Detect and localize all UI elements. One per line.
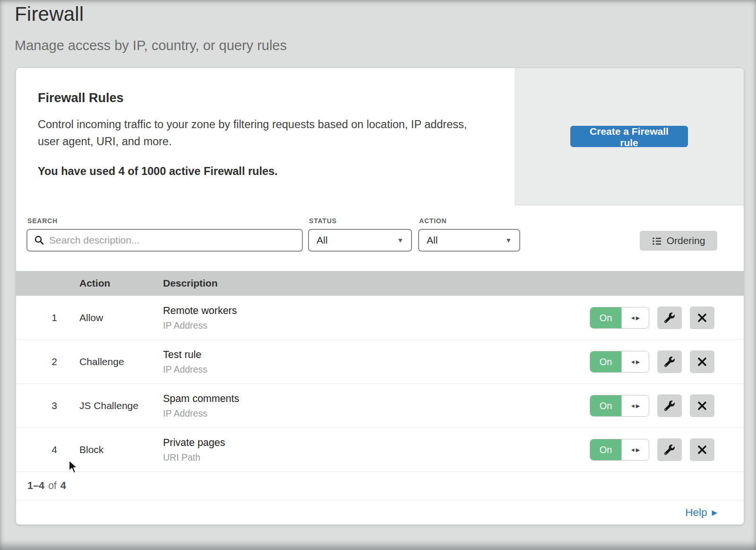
rule-priority: 3 bbox=[16, 400, 79, 411]
rule-action: Block bbox=[79, 444, 163, 455]
rule-priority: 2 bbox=[16, 356, 79, 367]
toggle-on-label: On bbox=[590, 307, 621, 328]
rule-action: Allow bbox=[79, 312, 163, 323]
wrench-icon bbox=[664, 401, 675, 411]
column-header-description: Description bbox=[163, 278, 744, 289]
search-input[interactable] bbox=[49, 235, 295, 246]
close-icon bbox=[697, 445, 707, 454]
action-select[interactable]: All ▼ bbox=[418, 229, 520, 252]
close-icon bbox=[697, 313, 707, 323]
delete-rule-button[interactable] bbox=[690, 438, 714, 461]
arrow-right-icon: ▶ bbox=[712, 508, 717, 517]
row-controls: On ◄▶ bbox=[590, 306, 744, 329]
create-rule-panel: Create a Firewall rule bbox=[515, 68, 744, 205]
card-top-section: Firewall Rules Control incoming traffic … bbox=[16, 68, 744, 205]
rule-match-type: URI Path bbox=[163, 452, 590, 463]
pagination-of: of bbox=[48, 480, 57, 492]
chevron-down-icon: ▼ bbox=[397, 236, 404, 244]
filter-bar: SEARCH STATUS All ▼ ACTION All ▼ bbox=[16, 205, 744, 271]
delete-rule-button[interactable] bbox=[690, 394, 714, 417]
rule-description-cell: Private pages URI Path bbox=[163, 437, 590, 463]
close-icon bbox=[697, 401, 707, 410]
edit-rule-button[interactable] bbox=[657, 438, 682, 461]
firewall-rules-card: Firewall Rules Control incoming traffic … bbox=[16, 68, 744, 525]
toggle-arrows-icon: ◄▶ bbox=[621, 307, 649, 328]
table-row: 3 JS Challenge Spam comments IP Address … bbox=[16, 384, 744, 428]
ordering-button-label: Ordering bbox=[667, 235, 705, 246]
page-title: Firewall bbox=[15, 3, 287, 26]
toggle-on-label: On bbox=[590, 439, 621, 460]
status-label: STATUS bbox=[309, 217, 337, 225]
table-row: 2 Challenge Test rule IP Address On ◄▶ bbox=[16, 340, 744, 384]
status-select-value: All bbox=[317, 235, 327, 246]
pagination-total: 4 bbox=[60, 480, 66, 492]
rule-match-type: IP Address bbox=[163, 320, 590, 331]
help-row: Help ▶ bbox=[16, 500, 744, 524]
rule-description: Private pages bbox=[163, 437, 590, 449]
row-controls: On ◄▶ bbox=[590, 394, 744, 417]
rule-enabled-toggle[interactable]: On ◄▶ bbox=[590, 439, 649, 461]
rule-description-cell: Remote workers IP Address bbox=[163, 305, 590, 331]
rule-match-type: IP Address bbox=[163, 408, 590, 419]
rule-priority: 1 bbox=[16, 312, 79, 323]
rule-description: Remote workers bbox=[163, 305, 590, 317]
toggle-on-label: On bbox=[590, 351, 621, 372]
rule-action: JS Challenge bbox=[79, 400, 163, 411]
rule-enabled-toggle[interactable]: On ◄▶ bbox=[590, 351, 649, 373]
ordering-button[interactable]: Ordering bbox=[640, 231, 717, 251]
status-select[interactable]: All ▼ bbox=[308, 229, 412, 252]
action-label: ACTION bbox=[419, 217, 447, 225]
action-select-value: All bbox=[427, 235, 438, 246]
column-header-action: Action bbox=[79, 278, 163, 289]
table-row: 4 Block Private pages URI Path On ◄▶ bbox=[16, 428, 744, 471]
help-link[interactable]: Help ▶ bbox=[685, 506, 717, 519]
firewall-page: Firewall Manage access by IP, country, o… bbox=[0, 0, 756, 550]
delete-rule-button[interactable] bbox=[690, 306, 714, 329]
pagination-range: 1–4 bbox=[27, 480, 44, 492]
rule-description: Test rule bbox=[163, 349, 590, 361]
page-header: Firewall Manage access by IP, country, o… bbox=[15, 3, 287, 53]
toggle-arrows-icon: ◄▶ bbox=[621, 395, 649, 416]
rule-priority: 4 bbox=[16, 444, 79, 455]
toggle-on-label: On bbox=[590, 395, 621, 416]
help-link-label: Help bbox=[685, 506, 707, 519]
close-icon bbox=[697, 357, 707, 367]
wrench-icon bbox=[664, 445, 675, 455]
search-box[interactable] bbox=[26, 229, 303, 252]
chevron-down-icon: ▼ bbox=[505, 236, 512, 244]
search-label: SEARCH bbox=[27, 217, 58, 225]
wrench-icon bbox=[664, 357, 675, 367]
delete-rule-button[interactable] bbox=[690, 350, 714, 373]
rule-description-cell: Test rule IP Address bbox=[163, 349, 590, 375]
table-header: Action Description bbox=[16, 271, 744, 296]
edit-rule-button[interactable] bbox=[657, 350, 682, 373]
rule-description-cell: Spam comments IP Address bbox=[163, 393, 590, 419]
list-ordering-icon bbox=[652, 236, 662, 246]
pagination: 1–4 of 4 bbox=[16, 471, 744, 500]
usage-summary: You have used 4 of 1000 active Firewall … bbox=[38, 165, 493, 178]
rule-match-type: IP Address bbox=[163, 364, 590, 375]
rule-action: Challenge bbox=[79, 356, 163, 367]
rule-enabled-toggle[interactable]: On ◄▶ bbox=[590, 395, 649, 417]
card-intro: Firewall Rules Control incoming traffic … bbox=[16, 68, 515, 205]
wrench-icon bbox=[664, 313, 675, 323]
card-heading: Firewall Rules bbox=[38, 91, 493, 105]
card-description: Control incoming traffic to your zone by… bbox=[38, 116, 491, 150]
rule-description: Spam comments bbox=[163, 393, 590, 405]
row-controls: On ◄▶ bbox=[590, 350, 744, 373]
edit-rule-button[interactable] bbox=[657, 394, 682, 417]
toggle-arrows-icon: ◄▶ bbox=[621, 351, 649, 372]
search-icon bbox=[34, 235, 44, 245]
rule-enabled-toggle[interactable]: On ◄▶ bbox=[590, 307, 649, 329]
toggle-arrows-icon: ◄▶ bbox=[621, 439, 649, 460]
create-firewall-rule-button[interactable]: Create a Firewall rule bbox=[570, 126, 688, 147]
row-controls: On ◄▶ bbox=[590, 438, 744, 461]
edit-rule-button[interactable] bbox=[657, 306, 682, 329]
page-subtitle: Manage access by IP, country, or query r… bbox=[15, 38, 287, 53]
table-row: 1 Allow Remote workers IP Address On ◄▶ bbox=[16, 296, 744, 340]
